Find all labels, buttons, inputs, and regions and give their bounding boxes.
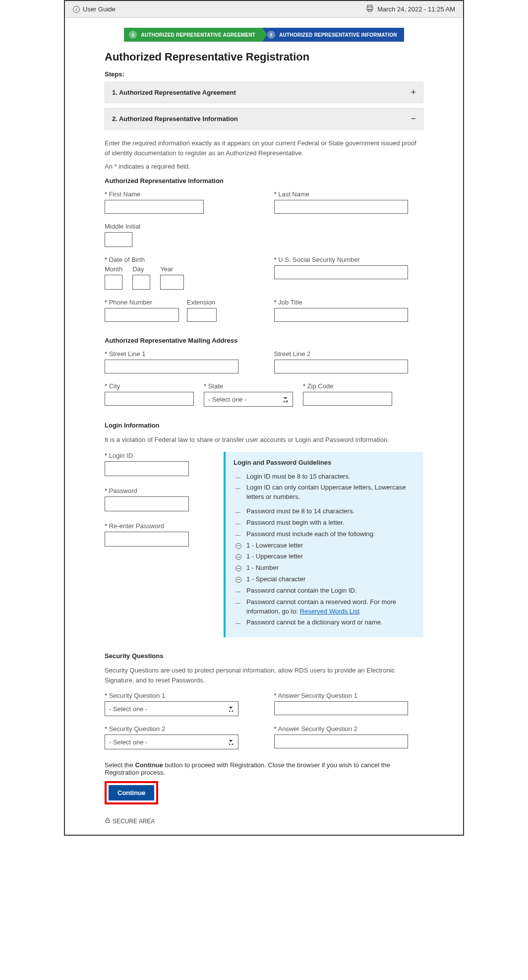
month-label: Month (105, 265, 122, 273)
password-label: Password (105, 487, 209, 494)
login-law-note: It is a violation of Federal law to shar… (105, 435, 423, 445)
step-1: 1 AUTHORIZED REPRESENTATIVE AGREEMENT (124, 28, 262, 42)
section-login-head: Login Information (105, 422, 423, 429)
city-input[interactable] (105, 392, 194, 406)
reserved-words-link[interactable]: Reserved Words List (300, 608, 359, 615)
step-2: 2 AUTHORIZED REPRESENTATIVE INFORMATION (262, 28, 404, 42)
sq2-select[interactable]: - Select one - (105, 735, 238, 749)
continue-button[interactable]: Continue (109, 785, 154, 800)
state-label: State (204, 382, 293, 390)
day-label: Day (132, 265, 150, 273)
street2-label: Street Line 2 (274, 350, 424, 358)
section-personal-head: Authorized Representative Information (105, 177, 423, 184)
guidelines-title: Login and Password Guidelines (234, 459, 415, 466)
street1-input[interactable] (105, 360, 238, 373)
login-id-input[interactable] (105, 461, 189, 476)
minus-icon: − (411, 114, 416, 124)
print-icon[interactable] (365, 4, 374, 14)
ans1-label: Answer Security Question 1 (274, 692, 424, 699)
stepper: 1 AUTHORIZED REPRESENTATIVE AGREEMENT 2 … (105, 28, 423, 42)
job-title-label: Job Title (274, 299, 424, 306)
lock-icon (105, 817, 111, 825)
guideline-item: Login ID must be 8 to 15 characters. (235, 472, 415, 482)
middle-initial-label: Middle Initial (105, 223, 254, 230)
guideline-item: Password cannot be a dictionary word or … (235, 618, 415, 627)
guideline-item: Password must begin with a letter. (235, 518, 415, 528)
extension-label: Extension (187, 299, 217, 306)
required-note: An * indicates a required field. (105, 163, 423, 170)
accordion-step-1-label: 1. Authorized Representative Agreement (112, 89, 236, 96)
dob-day-input[interactable] (132, 275, 150, 290)
dob-month-input[interactable] (105, 275, 122, 290)
extension-input[interactable] (187, 308, 217, 322)
street2-input[interactable] (274, 360, 408, 373)
section-mailing-head: Authorized Representative Mailing Addres… (105, 337, 423, 344)
continue-highlight: Continue (105, 781, 158, 804)
guideline-subitem: 1 - Uppercase letter (235, 552, 415, 561)
job-title-input[interactable] (274, 308, 408, 322)
dob-label: Date of Birth (105, 256, 254, 263)
middle-initial-input[interactable] (105, 232, 132, 247)
ssn-label: U.S. Social Security Number (274, 256, 424, 263)
guideline-item: Login ID can only contain Uppercase lett… (235, 483, 415, 502)
sq1-select[interactable]: - Select one - (105, 701, 238, 716)
guideline-item: Password must be 8 to 14 characters. (235, 507, 415, 516)
topbar: i User Guide March 24, 2022 - 11:25 AM (65, 1, 463, 18)
ans1-input[interactable] (274, 701, 408, 715)
accordion-step-2[interactable]: 2. Authorized Representative Information… (105, 108, 423, 129)
password-input[interactable] (105, 496, 189, 511)
guideline-item: Password cannot contain the Login ID. (235, 586, 415, 596)
section-security-head: Security Questions (105, 652, 423, 660)
user-guide-link[interactable]: User Guide (83, 5, 116, 13)
last-name-label: Last Name (274, 190, 424, 198)
first-name-input[interactable] (105, 200, 204, 214)
accordion-step-1[interactable]: 1. Authorized Representative Agreement + (105, 82, 423, 103)
ans2-label: Answer Security Question 2 (274, 725, 424, 733)
year-label: Year (160, 265, 184, 273)
street1-label: Street Line 1 (105, 350, 254, 358)
dob-year-input[interactable] (160, 275, 184, 290)
sq2-label: Security Question 2 (105, 725, 254, 733)
security-questions-note: Security Questions are used to protect p… (105, 666, 423, 685)
first-name-label: First Name (105, 190, 254, 198)
guideline-item: Password must include each of the follow… (235, 530, 415, 539)
guideline-item: Password cannot contain a reserved word.… (235, 598, 415, 616)
guideline-subitem: 1 - Number (235, 563, 415, 573)
datetime-text: March 24, 2022 - 11:25 AM (377, 5, 455, 13)
svg-rect-2 (368, 9, 372, 12)
state-select[interactable]: - Select one - (204, 392, 293, 407)
guideline-subitem: 1 - Special character (235, 575, 415, 584)
phone-label: Phone Number (105, 299, 179, 306)
phone-input[interactable] (105, 308, 179, 322)
svg-rect-3 (106, 820, 110, 823)
secure-area: SECURE AREA (105, 817, 423, 825)
guidelines-panel: Login and Password Guidelines Login ID m… (224, 452, 423, 638)
zip-label: Zip Code (303, 382, 392, 390)
login-id-label: Login ID (105, 452, 209, 459)
last-name-input[interactable] (274, 200, 408, 214)
sq1-label: Security Question 1 (105, 692, 254, 699)
steps-label: Steps: (105, 70, 423, 78)
instructions-text: Enter the required information exactly a… (105, 138, 423, 158)
page-title: Authorized Representative Registration (105, 51, 423, 63)
guideline-subitem: 1 - Lowercase letter (235, 541, 415, 551)
accordion-step-2-label: 2. Authorized Representative Information (112, 115, 238, 122)
continue-note: Select the Continue button to proceed wi… (105, 761, 423, 776)
reenter-password-input[interactable] (105, 532, 189, 547)
city-label: City (105, 382, 194, 390)
zip-input[interactable] (303, 392, 392, 406)
ssn-input[interactable] (274, 265, 408, 279)
info-icon: i (73, 6, 80, 13)
ans2-input[interactable] (274, 735, 408, 748)
plus-icon: + (411, 87, 416, 98)
reenter-password-label: Re-enter Password (105, 522, 209, 530)
